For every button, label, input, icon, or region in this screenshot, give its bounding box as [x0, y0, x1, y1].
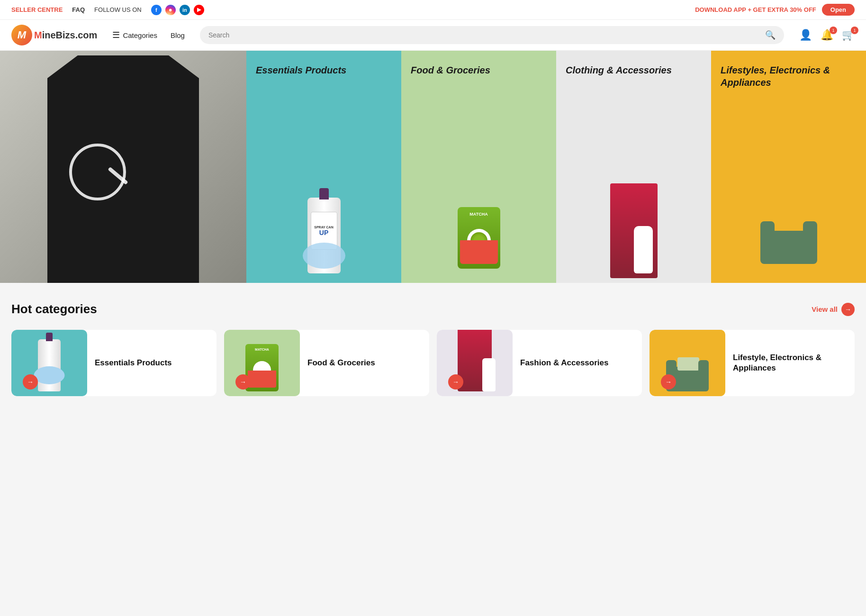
- logo-link[interactable]: M MineBizs.com: [11, 25, 97, 45]
- logo-icon: M: [11, 25, 32, 45]
- category-img-fashion: [437, 330, 513, 396]
- panel-title-lifestyle: Lifestyles, Electronics & Appliances: [721, 64, 857, 89]
- hero-main-panel: [0, 51, 246, 283]
- hero-panel-clothing[interactable]: Clothing & Accessories: [556, 51, 711, 283]
- mini-glove-image: [482, 358, 496, 391]
- section-header: Hot categories View all →: [11, 302, 855, 317]
- view-all-arrow-icon: →: [841, 303, 855, 316]
- nav-icons: 👤 🔔 1 🛒 1: [799, 29, 855, 41]
- panel-title-food: Food & Groceries: [411, 64, 547, 76]
- category-text-food: Food & Groceries: [300, 350, 429, 376]
- linkedin-icon[interactable]: in: [180, 5, 190, 15]
- instagram-icon[interactable]: ●: [165, 5, 176, 15]
- mini-pillow-image: [677, 357, 699, 371]
- download-cta-text: DOWNLOAD APP + GET EXTRA 30% OFF: [695, 6, 816, 13]
- open-button[interactable]: Open: [822, 4, 855, 16]
- magnify-circle: [69, 144, 126, 200]
- social-icons: f ● in ▶: [151, 5, 204, 15]
- panel-title-clothing: Clothing & Accessories: [566, 64, 702, 76]
- cart-badge: 1: [851, 27, 858, 34]
- search-button[interactable]: 🔍: [765, 30, 776, 40]
- category-img-food: [224, 330, 300, 396]
- view-all-link[interactable]: View all →: [812, 303, 855, 316]
- blog-link[interactable]: Blog: [171, 31, 185, 39]
- category-card-fashion[interactable]: Fashion & Accessories →: [437, 330, 642, 396]
- sofa-image: [760, 231, 817, 264]
- panel-img-lifestyle: [721, 89, 857, 283]
- category-img-lifestyle: [650, 330, 725, 396]
- category-card-lifestyle[interactable]: Lifestyle, Electronics & Appliances →: [650, 330, 855, 396]
- notification-badge: 1: [830, 27, 837, 34]
- top-bar-right: DOWNLOAD APP + GET EXTRA 30% OFF Open: [695, 4, 855, 16]
- category-text-essentials: Essentials Products: [87, 350, 216, 376]
- youtube-icon[interactable]: ▶: [194, 5, 204, 15]
- category-card-food[interactable]: Food & Groceries →: [224, 330, 429, 396]
- mask-image: [303, 243, 345, 269]
- category-arrow-lifestyle[interactable]: →: [661, 374, 676, 390]
- hamburger-icon: ☰: [112, 30, 120, 40]
- hero-panels: Essentials Products SPRAY CAN UP Food & …: [246, 51, 866, 283]
- category-name-food: Food & Groceries: [307, 358, 375, 367]
- category-text-lifestyle: Lifestyle, Electronics & Appliances: [725, 345, 855, 381]
- top-bar-left: SELLER CENTRE FAQ FOLLOW US ON f ● in ▶: [11, 5, 204, 15]
- cart-icon[interactable]: 🛒 1: [842, 29, 855, 41]
- category-text-fashion: Fashion & Accessories: [513, 350, 642, 376]
- glove-image: [634, 226, 653, 273]
- hero-panel-essentials[interactable]: Essentials Products SPRAY CAN UP: [246, 51, 401, 283]
- category-name-essentials: Essentials Products: [95, 358, 172, 367]
- veggie-basket-image: [460, 240, 498, 264]
- mini-mask-image: [34, 366, 65, 384]
- hero-person-image: [0, 51, 246, 283]
- hot-categories-section: Hot categories View all → Essentials Pro…: [0, 283, 866, 415]
- panel-img-clothing: [566, 76, 702, 283]
- panel-img-food: [411, 76, 547, 283]
- notification-icon[interactable]: 🔔 1: [821, 29, 833, 41]
- hero-panel-lifestyle[interactable]: Lifestyles, Electronics & Appliances: [711, 51, 866, 283]
- mini-basket-image: [248, 371, 276, 388]
- category-arrow-food[interactable]: →: [235, 374, 251, 390]
- faq-link[interactable]: FAQ: [72, 6, 85, 13]
- category-name-fashion: Fashion & Accessories: [520, 358, 608, 367]
- panel-title-essentials: Essentials Products: [256, 64, 392, 76]
- category-img-essentials: [11, 330, 87, 396]
- user-icon[interactable]: 👤: [799, 29, 812, 41]
- panel-img-essentials: SPRAY CAN UP: [256, 76, 392, 283]
- dress-image: [610, 183, 658, 278]
- categories-link[interactable]: ☰ Categories: [112, 30, 157, 40]
- hero-panel-food[interactable]: Food & Groceries: [401, 51, 556, 283]
- search-bar[interactable]: 🔍: [200, 26, 784, 44]
- section-title: Hot categories: [11, 302, 97, 317]
- follow-us-text: FOLLOW US ON: [94, 6, 142, 13]
- categories-grid: Essentials Products → Food & Groceries →: [11, 330, 855, 396]
- category-arrow-essentials[interactable]: →: [23, 374, 38, 390]
- logo-text: MineBizs.com: [34, 30, 97, 41]
- main-nav: M MineBizs.com ☰ Categories Blog 🔍 👤 🔔 1…: [0, 20, 866, 51]
- seller-centre-link[interactable]: SELLER CENTRE: [11, 6, 63, 13]
- search-input[interactable]: [208, 31, 760, 39]
- category-arrow-fashion[interactable]: →: [448, 374, 463, 390]
- category-card-essentials[interactable]: Essentials Products →: [11, 330, 216, 396]
- top-bar: SELLER CENTRE FAQ FOLLOW US ON f ● in ▶ …: [0, 0, 866, 20]
- nav-links: ☰ Categories Blog: [112, 30, 185, 40]
- hero-banner: Essentials Products SPRAY CAN UP Food & …: [0, 51, 866, 283]
- facebook-icon[interactable]: f: [151, 5, 162, 15]
- category-name-lifestyle: Lifestyle, Electronics & Appliances: [733, 353, 821, 372]
